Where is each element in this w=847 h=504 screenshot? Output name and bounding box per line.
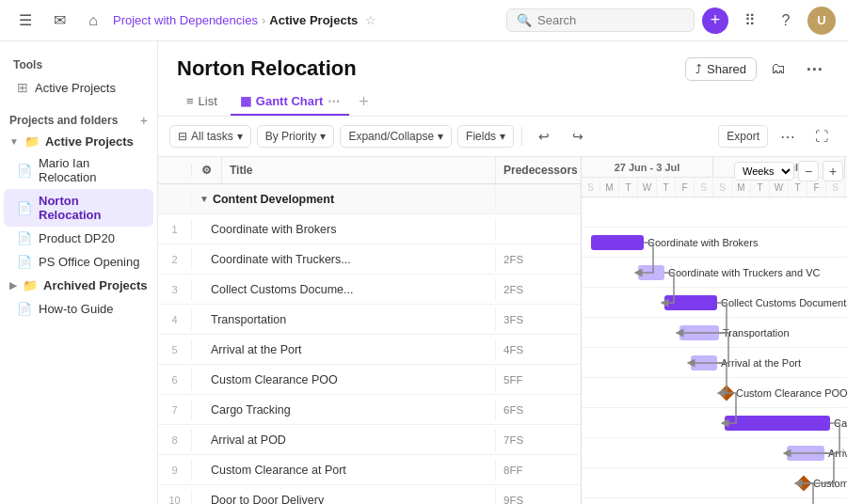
priority-button[interactable]: By Priority ▾ (257, 125, 335, 148)
projects-header: Projects and folders + (0, 107, 157, 130)
gantt-icon: ▦ (240, 94, 251, 108)
gantt-bar-label: Custom Clearance POO (736, 386, 847, 401)
td-row-num: 6 (158, 370, 192, 390)
td-task-title[interactable]: Custom Clearance at Port (192, 459, 496, 481)
task-row: 5 Arrival at the Port 4FS (158, 335, 581, 365)
tab-gantt[interactable]: ▦ Gantt Chart ⋯ (231, 88, 350, 116)
gantt-bar[interactable] (591, 235, 644, 250)
sidebar-item-product[interactable]: 📄 Product DP20 (4, 227, 153, 250)
zoom-in-button[interactable]: + (823, 161, 843, 181)
td-task-title[interactable]: Custom Clearance POO (192, 369, 496, 391)
tab-list[interactable]: ≡ List (177, 88, 227, 116)
gantt-bar-label: Coordinate with Brokers (647, 235, 758, 250)
gantt-body: Coordinate with BrokersCoordinate with T… (582, 197, 847, 504)
sidebar-item-mario-ian[interactable]: 📄 Mario Ian Relocation (4, 151, 153, 189)
sidebar-item-norton[interactable]: 📄 Norton Relocation (4, 189, 153, 227)
breadcrumb-current: Active Projects (269, 13, 358, 27)
gantt-body-row: Custom Clearance POO (582, 378, 847, 408)
grid-icon: ⊞ (17, 80, 28, 95)
gantt-day-header: M (600, 178, 619, 197)
avatar[interactable]: U (807, 7, 836, 35)
sidebar-item-ps-office[interactable]: 📄 PS Office Opening (4, 250, 153, 274)
home-icon[interactable]: ⌂ (79, 7, 107, 35)
gantt-bar[interactable] (725, 416, 830, 431)
grid-icon[interactable]: ⠿ (736, 7, 764, 35)
task-row: 7 Cargo Tracking 6FS (158, 395, 581, 425)
sidebar-item-norton-label: Norton Relocation (39, 194, 140, 222)
gantt-bar-label: Coordinate with Truckers and VC (668, 265, 820, 280)
all-tasks-label: All tasks (191, 130, 233, 143)
help-icon[interactable]: ? (772, 7, 800, 35)
fields-label: Fields (466, 130, 496, 143)
dropdown-icon: ▾ (320, 130, 326, 143)
tools-label: Tools (0, 51, 157, 75)
fullscreen-icon[interactable]: ⛶ (807, 122, 836, 150)
chevron-down-icon[interactable]: ▼ (200, 194, 209, 204)
gantt-bar[interactable] (787, 446, 824, 461)
add-project-icon[interactable]: + (140, 113, 148, 128)
breadcrumb-star-icon[interactable]: ☆ (365, 13, 376, 27)
zoom-select[interactable]: Weeks (734, 162, 794, 181)
td-task-title[interactable]: Transportation (192, 308, 496, 331)
td-task-title[interactable]: Collect Customs Docume... (192, 278, 496, 301)
td-task-title[interactable]: Arrival at POD (192, 429, 496, 451)
topbar-left: ☰ ✉ ⌂ Project with Dependencies › Active… (11, 7, 499, 35)
td-pred: 8FF (496, 460, 581, 480)
sidebar-group-archived-label: Archived Projects (43, 278, 148, 292)
td-pred (496, 195, 581, 204)
expand-label: Expand/Collapse (348, 130, 434, 143)
archive-icon[interactable]: 🗂 (764, 55, 792, 83)
more-options-icon[interactable]: ⋯ (800, 55, 828, 83)
tab-gantt-more[interactable]: ⋯ (328, 94, 340, 108)
gantt-diamond (719, 386, 735, 402)
td-row-num: 7 (158, 400, 192, 420)
fields-button[interactable]: Fields ▾ (457, 125, 514, 148)
file-icon: 📄 (17, 164, 32, 178)
search-input[interactable] (537, 13, 684, 27)
gantt-body-row: Transportation (582, 318, 847, 348)
zoom-out-button[interactable]: − (798, 161, 819, 181)
td-task-title[interactable]: Cargo Tracking (192, 399, 496, 421)
sidebar-group-archived[interactable]: ▶ 📁 Archived Projects (0, 274, 157, 295)
search-box: 🔍 (506, 8, 695, 32)
topbar-right: 🔍 + ⠿ ? U (506, 7, 836, 35)
gantt-body-row (582, 197, 847, 228)
sidebar-group-active-label: Active Projects (45, 134, 134, 149)
td-task-title[interactable]: Door to Door Delivery (192, 489, 496, 505)
chevron-down-icon: ▼ (9, 136, 19, 147)
gantt-body-row: Collect Customs Documentation (582, 288, 847, 318)
td-row-num: 9 (158, 460, 192, 480)
menu-icon[interactable]: ☰ (11, 7, 40, 35)
task-group-row: ▼ Content Development (158, 184, 581, 214)
filter-icon: ⊟ (178, 130, 187, 143)
th-settings[interactable]: ⚙ (192, 157, 222, 183)
breadcrumb-item-1[interactable]: Project with Dependencies (113, 13, 258, 27)
gantt-bar-label: Custom Clearance at Port (813, 476, 847, 491)
add-tab-button[interactable]: + (353, 88, 375, 116)
redo-button[interactable]: ↪ (564, 122, 592, 150)
filter-button[interactable]: ⊟ All tasks ▾ (169, 125, 251, 148)
sidebar-group-active[interactable]: ▼ 📁 Active Projects (0, 130, 157, 151)
td-pred: 6FS (496, 400, 581, 420)
td-task-title[interactable]: Coordinate with Brokers (192, 218, 496, 241)
gantt-bar[interactable] (679, 325, 719, 340)
toolbar-more-icon[interactable]: ⋯ (774, 122, 802, 150)
gantt-bar[interactable] (638, 265, 664, 280)
expand-button[interactable]: Expand/Collapse ▾ (340, 125, 452, 148)
td-task-title[interactable]: Coordinate with Truckers... (192, 248, 496, 271)
td-task-title[interactable]: Arrival at the Port (192, 339, 496, 361)
undo-button[interactable]: ↩ (530, 122, 558, 150)
gantt-day-header: S (695, 178, 713, 197)
mail-icon[interactable]: ✉ (45, 7, 73, 35)
export-button[interactable]: Export (718, 125, 768, 148)
add-button[interactable]: + (702, 8, 728, 34)
task-row: 10 Door to Door Delivery 9FS (158, 485, 581, 504)
td-pred: 2FS (496, 249, 581, 270)
gantt-bar[interactable] (664, 295, 717, 310)
shared-button[interactable]: ⤴ Shared (685, 57, 757, 81)
sidebar-item-howto[interactable]: 📄 How-to Guide (4, 297, 153, 321)
gantt-bar[interactable] (691, 355, 717, 370)
td-row-num: 3 (158, 279, 192, 300)
td-pred: 9FS (496, 490, 581, 505)
sidebar-item-active-projects[interactable]: ⊞ Active Projects (4, 75, 153, 100)
